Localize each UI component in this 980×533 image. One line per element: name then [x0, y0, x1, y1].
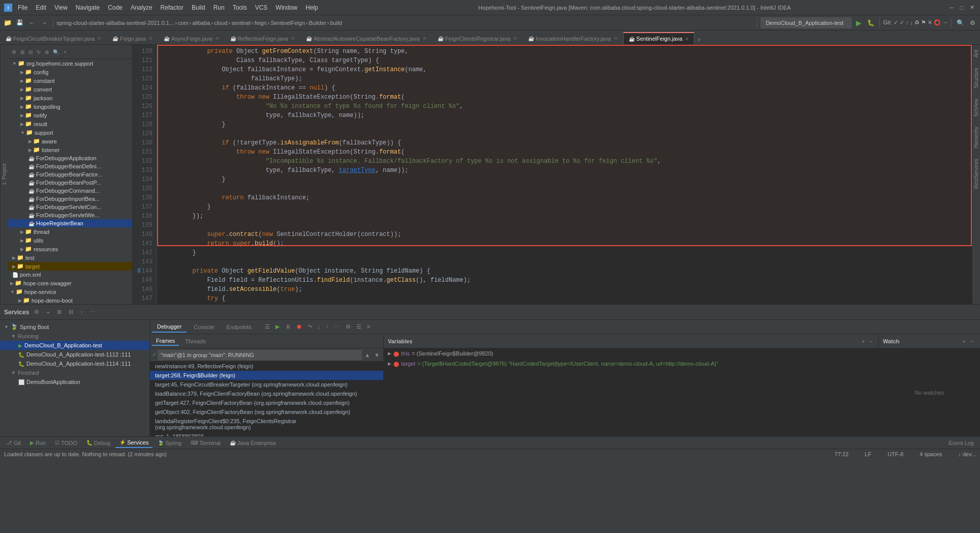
frame-item-6[interactable]: lambdaRegisterFeignClient$0:235, FeignCl… [150, 417, 383, 432]
sidebar-item-fordebugger-command[interactable]: ☕ ForDebuggerCommand... [8, 187, 132, 195]
sidebar-item-jackson[interactable]: ▶ 📁 jackson [8, 94, 132, 102]
thread-nav-down[interactable]: ▼ [373, 351, 381, 359]
save-btn[interactable]: 💾 [14, 17, 25, 28]
status-spaces[interactable]: 4 spaces [920, 451, 942, 457]
watch-remove-btn[interactable]: − [969, 337, 976, 345]
svc-item-running[interactable]: ▼ Running [0, 332, 149, 341]
sidebar-item-utils[interactable]: ▶ 📁 utils [8, 236, 132, 245]
run-btn[interactable]: ▶ [853, 17, 864, 28]
tab-close-5[interactable]: ✕ [513, 36, 517, 41]
sidebar-item-fordebugger-beandefini[interactable]: ☕ ForDebuggerBeanDefini... [8, 162, 132, 170]
dbg-icon-stop[interactable]: ⏹ [294, 322, 304, 331]
sidebar-toolbar-4[interactable]: ↻ [35, 48, 42, 56]
bottom-tab-run[interactable]: ▶ Run [26, 438, 50, 448]
tab-feign-clients-registrar[interactable]: ☕ FeignClientsRegistrar.java ✕ [432, 32, 523, 44]
dbg-icon-pause[interactable]: ⏸ [283, 322, 293, 331]
tab-overflow-btn[interactable]: » [694, 34, 703, 44]
sidebar-toolbar-6[interactable]: 🔍 [51, 48, 60, 56]
sidebar-item-fordebugger-servletwe[interactable]: ☕ ForDebuggerServletWe... [8, 211, 132, 219]
right-tab-hierarchy[interactable]: Hierarchy [972, 122, 980, 154]
dbg-icon-resume[interactable]: ▶ [273, 322, 282, 331]
sidebar-toolbar-7[interactable]: ⚬ [62, 48, 69, 56]
menu-code[interactable]: Code [104, 2, 126, 13]
bottom-tab-services[interactable]: ⚡ Services [115, 438, 152, 448]
tab-feign[interactable]: ☕ Feign.java ✕ [107, 32, 158, 44]
right-tab-restservices[interactable]: RestServices [972, 154, 980, 194]
menu-refactor[interactable]: Refactor [157, 2, 187, 13]
sidebar-item-fordebugger-servletcon[interactable]: ☕ ForDebuggerServletCon... [8, 203, 132, 211]
code-content[interactable]: private Object getFromContext(String nam… [157, 45, 972, 304]
sidebar-item-thread[interactable]: ▶ 📁 thread [8, 227, 132, 236]
breadcrumb-com[interactable]: com [178, 20, 189, 26]
sidebar-toolbar-1[interactable]: ⚙ [10, 48, 18, 56]
settings-btn[interactable]: ⚙ [967, 17, 978, 28]
frames-tab[interactable]: Frames [152, 337, 179, 346]
menu-view[interactable]: View [51, 2, 71, 13]
dbg-icon-more1[interactable]: ⋯ [332, 322, 342, 331]
menu-vcs[interactable]: VCS [252, 2, 271, 13]
menu-build[interactable]: Build [188, 2, 209, 13]
menu-file[interactable]: File [14, 2, 31, 13]
svc-toolbar-settings[interactable]: ⚙ [32, 308, 41, 316]
status-indent[interactable]: LF [865, 451, 871, 457]
breadcrumb-builder[interactable]: Builder [309, 20, 326, 26]
menu-analyze[interactable]: Analyze [127, 2, 156, 13]
sidebar-item-hope-demo-boot[interactable]: ▶ 📁 hope-demo-boot [8, 296, 132, 304]
back-btn[interactable]: ← [26, 17, 38, 28]
bottom-tab-debug[interactable]: 🐛 Debug [82, 438, 114, 448]
maximize-button[interactable]: □ [958, 4, 966, 12]
sidebar-toolbar-2[interactable]: ⊞ [19, 48, 26, 56]
var-item-this[interactable]: ▶ ⬤ this = (SentinelFeign$Builder@9820) [384, 348, 878, 359]
breadcrumb-sentinelfeign[interactable]: SentinelFeign [271, 20, 305, 26]
svc-toolbar-layout[interactable]: ⊞ [55, 308, 64, 316]
menu-navigate[interactable]: Navigate [72, 2, 103, 13]
sidebar-item-support[interactable]: ▼ 📁 support [8, 128, 132, 137]
dbg-icon-settings[interactable]: ⚙ [344, 322, 353, 331]
sidebar-item-longpolling[interactable]: ▶ 📁 longpolling [8, 102, 132, 111]
frame-item-4[interactable]: getTarget:427, FeignClientFactoryBean (o… [150, 398, 383, 407]
svc-item-democloudb[interactable]: ▶ DemoCloud_B_Application-test [0, 341, 149, 350]
svc-item-democloudatest1114[interactable]: 🐛 DemoCloud_A_Application-test-1114 :111 [0, 359, 149, 368]
menu-run[interactable]: Run [210, 2, 228, 13]
tab-feign-circuit-breaker[interactable]: ☕ FeignCircuitBreakerTargeter.java ✕ [0, 32, 107, 44]
sidebar-item-target[interactable]: ▶ 📁 target [8, 262, 132, 271]
dbg-icon-1[interactable]: ☰ [263, 322, 272, 331]
dbg-tab-endpoints[interactable]: Endpoints [222, 322, 257, 332]
bottom-tab-spring[interactable]: 🍃 Spring [154, 438, 186, 448]
sidebar-item-convert[interactable]: ▶ 📁 convert [8, 85, 132, 94]
dbg-icon-more2[interactable]: ≡ [365, 322, 372, 331]
sidebar-item-hope-service[interactable]: ▼ 📁 hope-service [8, 287, 132, 296]
add-watch-btn[interactable]: + [860, 337, 867, 345]
sidebar-toolbar-5[interactable]: ⊕ [43, 48, 50, 56]
sidebar-item-result[interactable]: ▶ 📁 result [8, 120, 132, 128]
tab-sentinel-feign[interactable]: ☕ SentinelFeign.java ✕ [623, 32, 695, 44]
sidebar-item-config[interactable]: ▶ 📁 config [8, 68, 132, 76]
svc-toolbar-more[interactable]: ⋯ [88, 308, 98, 316]
svc-item-democloudatest1112[interactable]: 🐛 DemoCloud_A_Application-test-1112 :111 [0, 350, 149, 359]
sidebar-item-test[interactable]: ▶ 📁 test [8, 253, 132, 262]
menu-help[interactable]: Help [302, 2, 322, 13]
tab-close-4[interactable]: ✕ [422, 36, 426, 41]
breadcrumb-build[interactable]: build [330, 20, 342, 26]
dbg-tab-console[interactable]: Console [189, 322, 219, 332]
sidebar-item-pom[interactable]: 📄 pom.xml [8, 271, 132, 279]
breadcrumb-feign[interactable]: feign [255, 20, 267, 26]
right-tab-sciview[interactable]: SciView [972, 94, 980, 122]
tab-async-feign[interactable]: ☕ AsyncFeign.java ✕ [158, 32, 225, 44]
tab-close-7[interactable]: ✕ [685, 36, 689, 42]
menu-window[interactable]: Window [272, 2, 301, 13]
dbg-icon-step-into[interactable]: ↓ [316, 322, 323, 331]
tab-close-3[interactable]: ✕ [291, 36, 295, 41]
dbg-icon-frames-list[interactable]: ☰ [354, 322, 363, 331]
frame-item-5[interactable]: getObject:402, FeignClientFactoryBean (o… [150, 407, 383, 417]
dbg-icon-step-over[interactable]: ↷ [305, 322, 314, 331]
sidebar-item-hope-register-bean[interactable]: ☕ HopeRegisterBean [8, 219, 132, 227]
svc-item-spring-boot[interactable]: ▼ 🍃 Spring Boot [0, 322, 149, 332]
frame-item-1[interactable]: target:268, Feign$Builder (feign) [150, 371, 383, 380]
sidebar-item-fordebugger-app[interactable]: ☕ ForDebuggerApplication [8, 154, 132, 162]
frame-item-2[interactable]: target:45, FeignCircuitBreakerTargeter (… [150, 380, 383, 389]
watch-add-btn[interactable]: + [960, 337, 967, 345]
frame-item-7[interactable]: get:-1, 1858863803 (org.springframework.… [150, 432, 383, 436]
project-label[interactable]: 1: Project [0, 162, 9, 187]
frame-item-0[interactable]: newInstance:49, ReflectiveFeign (feign) [150, 362, 383, 371]
